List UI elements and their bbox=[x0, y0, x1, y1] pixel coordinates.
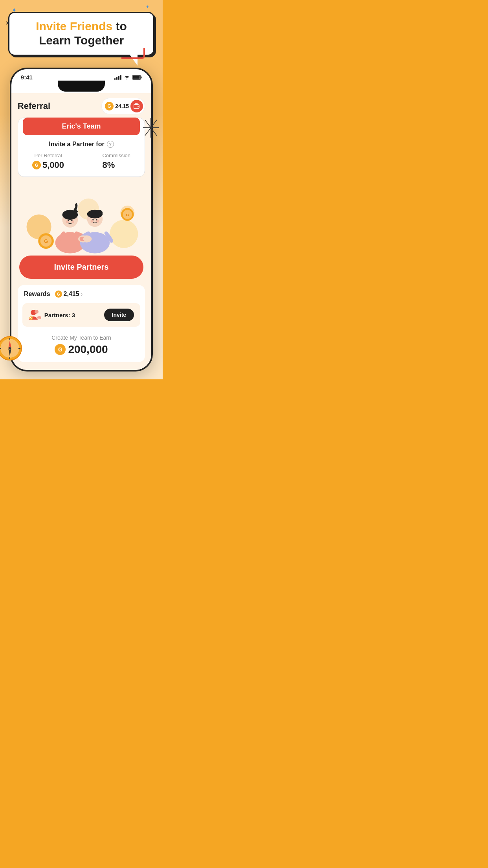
rewards-section: Rewards G 2,415 › bbox=[18, 285, 145, 362]
svg-point-33 bbox=[90, 220, 93, 223]
status-time: 9:41 bbox=[21, 74, 33, 81]
invite-small-button[interactable]: Invite bbox=[104, 309, 134, 321]
rewards-header: Rewards G 2,415 › bbox=[18, 285, 145, 303]
deco-compass bbox=[0, 335, 24, 364]
reward-per-referral: Per Referral G 5,000 bbox=[32, 153, 64, 170]
banner-container: Invite Friends to Learn Together bbox=[8, 12, 155, 56]
signal-bar-3 bbox=[118, 76, 119, 80]
notch bbox=[58, 81, 105, 92]
signal-bar-1 bbox=[114, 78, 116, 80]
invite-small-label: Invite bbox=[112, 312, 127, 318]
commission-label: Commission bbox=[102, 153, 130, 158]
svg-point-40 bbox=[35, 310, 39, 314]
invite-partners-button[interactable]: Invite Partners bbox=[19, 256, 143, 279]
bubble-tail-deco bbox=[121, 48, 145, 59]
signal-bar-4 bbox=[120, 75, 121, 80]
invite-btn-label: Invite Partners bbox=[54, 263, 109, 271]
per-referral-label: Per Referral bbox=[32, 153, 64, 158]
svg-point-26 bbox=[72, 221, 74, 223]
partners-left: Partners: 3 bbox=[29, 309, 75, 321]
svg-text:G: G bbox=[126, 213, 129, 217]
illustration-area: G G bbox=[18, 177, 145, 256]
wallet-button[interactable] bbox=[130, 100, 143, 112]
partners-row: Partners: 3 Invite bbox=[22, 303, 140, 327]
team-name: Eric's Team bbox=[62, 122, 101, 130]
banner-to: to bbox=[116, 20, 127, 33]
svg-point-8 bbox=[138, 106, 139, 107]
page-title: Referral bbox=[18, 101, 50, 111]
partners-icon bbox=[29, 309, 41, 321]
earn-section: Create My Team to Earn G 200,000 bbox=[18, 331, 145, 362]
battery-icon bbox=[132, 75, 142, 80]
earn-coin-icon: G bbox=[55, 344, 66, 355]
header-row: Referral G 24.15 bbox=[18, 93, 145, 118]
info-icon[interactable]: ? bbox=[107, 141, 114, 148]
team-card: Eric's Team Invite a Partner for ? Per R… bbox=[18, 118, 145, 177]
phone-mockup: 9:41 bbox=[10, 68, 153, 371]
signal-bars bbox=[114, 75, 121, 80]
svg-rect-38 bbox=[83, 237, 90, 241]
svg-rect-6 bbox=[133, 76, 140, 79]
team-card-body: Invite a Partner for ? Per Referral G 5,… bbox=[18, 135, 145, 170]
banner-highlight: Invite Friends bbox=[36, 20, 112, 33]
coin-wallet-row[interactable]: G 24.15 bbox=[101, 98, 145, 114]
rewards-label: Rewards bbox=[24, 291, 50, 298]
reward-row: Per Referral G 5,000 Commission 8% bbox=[24, 153, 138, 170]
rewards-amount: 2,415 bbox=[64, 291, 79, 298]
svg-rect-5 bbox=[141, 76, 142, 78]
earn-amount: 200,000 bbox=[68, 343, 108, 356]
per-referral-value: G 5,000 bbox=[32, 160, 64, 170]
svg-text:G: G bbox=[44, 239, 48, 244]
signal-bar-2 bbox=[116, 77, 117, 80]
coin-amount: 24.15 bbox=[115, 103, 129, 109]
status-icons bbox=[114, 75, 142, 80]
svg-point-10 bbox=[110, 220, 138, 248]
rewards-amount-row[interactable]: G 2,415 › bbox=[55, 291, 83, 298]
partners-illustration: G G bbox=[18, 177, 145, 256]
banner-subtitle: Learn Together bbox=[39, 34, 124, 47]
coin-icon: G bbox=[105, 102, 114, 110]
phone-content: Referral G 24.15 bbox=[11, 93, 151, 370]
reward-commission: Commission 8% bbox=[102, 153, 130, 170]
sparkle-tr-sm: ✦ bbox=[146, 5, 149, 9]
banner-title: Invite Friends to Learn Together bbox=[17, 19, 146, 48]
partners-text: Partners: 3 bbox=[44, 312, 75, 318]
team-badge: Eric's Team bbox=[23, 118, 140, 135]
svg-point-30 bbox=[95, 210, 103, 215]
earn-label: Create My Team to Earn bbox=[24, 335, 139, 341]
invite-label-text: Invite a Partner for bbox=[49, 141, 104, 148]
commission-value: 8% bbox=[102, 160, 130, 170]
wifi-icon bbox=[124, 75, 130, 80]
svg-point-34 bbox=[96, 220, 99, 223]
rewards-coin-icon: G bbox=[55, 291, 62, 298]
rewards-chevron: › bbox=[81, 291, 83, 297]
svg-point-25 bbox=[66, 221, 68, 223]
coin-icon-referral: G bbox=[32, 161, 41, 169]
deco-star bbox=[143, 118, 159, 139]
invite-partner-title: Invite a Partner for ? bbox=[24, 141, 138, 148]
earn-amount-row: G 200,000 bbox=[24, 343, 139, 356]
svg-point-46 bbox=[9, 347, 11, 349]
divider bbox=[83, 153, 83, 170]
